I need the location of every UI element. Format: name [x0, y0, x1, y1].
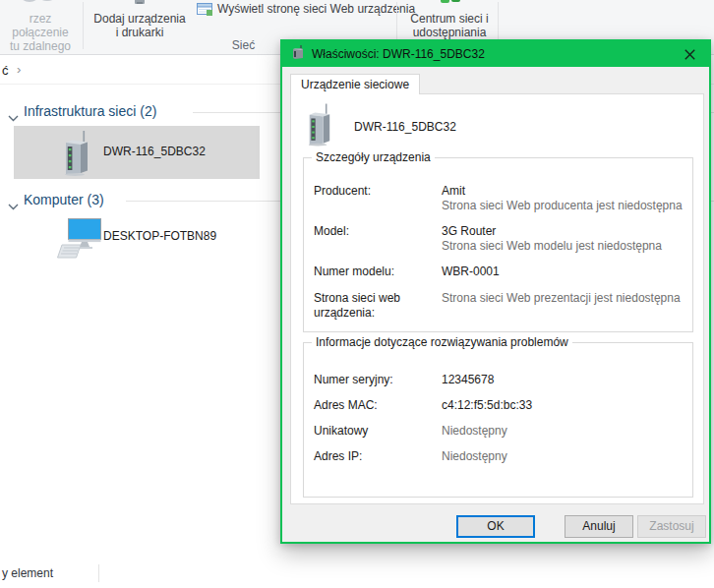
property-value: Strona sieci Web prezentacji jest niedos…	[442, 291, 681, 321]
property-note: Strona sieci Web modelu jest niedostępna	[442, 239, 662, 253]
chevron-down-icon[interactable]	[8, 197, 19, 214]
property-value: c4:12:f5:5d:bc:33	[442, 398, 532, 413]
close-icon[interactable]	[670, 41, 709, 67]
view-webpage-label: Wyświetl stronę sieci Web urządzenia	[217, 2, 415, 16]
property-label: Adres MAC:	[314, 398, 442, 413]
property-note: Strona sieci Web producenta jest niedost…	[442, 199, 683, 212]
network-center-icon	[440, 0, 461, 11]
dialog-title: Właściwości: DWR-116_5DBC32	[312, 47, 485, 61]
property-value: Niedostępny	[442, 449, 507, 464]
property-row: Model: 3G Router Strona sieci Web modelu…	[304, 224, 692, 253]
property-label: Strona sieci web urządzenia:	[314, 291, 442, 321]
property-value: WBR-0001	[442, 265, 500, 279]
property-label: Numer seryjny:	[314, 373, 442, 387]
property-label: Numer modelu:	[314, 265, 442, 279]
ribbon-group-label: Sieć	[202, 38, 285, 52]
dialog-tab-page: DWR-116_5DBC32 Szczegóły urządzenia Prod…	[290, 93, 704, 504]
computer-icon	[57, 218, 102, 265]
property-row: Adres MAC: c4:12:f5:5d:bc:33	[304, 398, 692, 413]
selection-status-text: y element	[2, 566, 53, 580]
groupbox-legend: Szczegóły urządzenia	[312, 150, 435, 164]
property-row: Unikatowy Niedostępny	[304, 424, 692, 439]
router-icon	[61, 131, 90, 180]
chevron-down-icon[interactable]	[8, 108, 19, 126]
property-label: Producent:	[314, 184, 442, 212]
property-row: Numer modelu: WBR-0001	[304, 265, 692, 279]
ribbon-separator	[83, 2, 84, 49]
property-label: Model:	[314, 224, 442, 253]
list-item-label[interactable]: DWR-116_5DBC32	[103, 145, 206, 158]
properties-dialog: Właściwości: DWR-116_5DBC32 Urządzenie s…	[280, 39, 711, 544]
property-value: 12345678	[442, 373, 494, 387]
network-center-button[interactable]: Centrum sieci i udostępniania	[402, 12, 497, 39]
remote-desktop-label-line1: rzez połączenie	[0, 12, 81, 39]
remote-desktop-label-line2: tu zdalnego	[0, 39, 81, 53]
tab-network-device[interactable]: Urządzenie sieciowe	[290, 74, 420, 94]
property-value: 3G Router	[442, 224, 662, 239]
breadcrumb-path[interactable]: ć	[2, 63, 9, 78]
property-label: Unikatowy	[314, 424, 442, 439]
property-value: Niedostępny	[442, 424, 507, 439]
view-webpage-button[interactable]: Wyświetl stronę sieci Web urządzenia	[197, 2, 415, 18]
remote-desktop-icon	[14, 0, 65, 13]
group-header-label[interactable]: Infrastruktura sieci (2)	[24, 103, 156, 119]
property-row: Producent: Amit Strona sieci Web produce…	[304, 184, 692, 212]
device-details-groupbox: Szczegóły urządzenia Producent: Amit Str…	[303, 157, 693, 332]
groupbox-legend: Informacje dotyczące rozwiązywania probl…	[312, 335, 572, 349]
dialog-device-icon	[291, 45, 304, 64]
add-devices-icon	[132, 0, 148, 11]
webpage-icon	[197, 2, 213, 16]
network-center-label-line1: Centrum sieci i	[402, 12, 497, 26]
remote-desktop-button: rzez połączenie tu zdalnego	[0, 12, 81, 53]
list-item-computer[interactable]: DESKTOP-FOTBN89	[14, 214, 260, 267]
troubleshooting-groupbox: Informacje dotyczące rozwiązywania probl…	[303, 342, 693, 498]
cancel-button[interactable]: Anuluj	[565, 515, 633, 538]
add-devices-label-line1: Dodaj urządzenia	[89, 12, 191, 26]
status-bar: y element	[0, 560, 714, 588]
ok-button[interactable]: OK	[456, 515, 535, 538]
network-center-label-line2: udostępniania	[402, 26, 497, 39]
add-devices-label-line2: i drukarki	[89, 26, 191, 39]
property-row: Adres IP: Niedostępny	[304, 449, 692, 464]
dialog-titlebar: Właściwości: DWR-116_5DBC32	[282, 41, 709, 67]
property-row: Numer seryjny: 12345678	[304, 373, 692, 387]
breadcrumb-chevron-icon[interactable]: ›	[17, 62, 21, 77]
router-icon	[305, 103, 332, 149]
list-item-router[interactable]: DWR-116_5DBC32	[14, 126, 260, 179]
add-devices-button[interactable]: Dodaj urządzenia i drukarki	[89, 12, 191, 39]
property-value: Amit	[442, 184, 683, 199]
property-label: Adres IP:	[314, 449, 442, 464]
list-item-label[interactable]: DESKTOP-FOTBN89	[103, 229, 216, 243]
group-header-label[interactable]: Komputer (3)	[24, 192, 104, 207]
property-row: Strona sieci web urządzenia: Strona siec…	[304, 291, 692, 321]
status-divider	[98, 564, 99, 582]
device-name: DWR-116_5DBC32	[354, 120, 456, 134]
apply-button: Zastosuj	[637, 515, 706, 538]
